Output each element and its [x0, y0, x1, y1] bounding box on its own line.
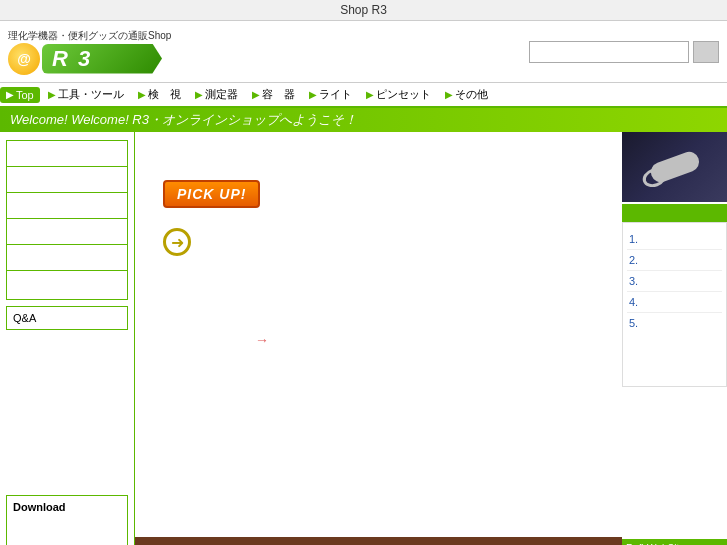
nav-item-tools[interactable]: ▶ 工具・ツール: [42, 85, 130, 104]
numbered-item-2[interactable]: 2.: [627, 250, 722, 271]
search-button[interactable]: [693, 41, 719, 63]
nav-label-light: ライト: [319, 87, 352, 102]
numbered-item-1[interactable]: 1.: [627, 229, 722, 250]
logo-area: 理化学機器・便利グッズの通販Shop @ R 3: [8, 29, 529, 75]
welcome-text: Welcome! Welcome! R3・オンラインショップへようこそ！: [10, 112, 357, 127]
pickup-button[interactable]: PICK UP!: [163, 180, 260, 208]
nav-item-top[interactable]: ▶ Top: [0, 87, 40, 103]
nav-arrow-top: ▶: [6, 89, 14, 100]
search-area: [529, 41, 719, 63]
numbered-item-5[interactable]: 5.: [627, 313, 722, 333]
numbered-item-4[interactable]: 4.: [627, 292, 722, 313]
logo-tagline: 理化学機器・便利グッズの通販Shop: [8, 29, 529, 43]
nav-label-container: 容 器: [262, 87, 295, 102]
key-image: [648, 149, 702, 185]
nav-label-tweezers: ピンセット: [376, 87, 431, 102]
nav-item-light[interactable]: ▶ ライト: [303, 85, 358, 104]
logo-r3: R 3: [42, 44, 162, 74]
nav-label-inspect: 検 視: [148, 87, 181, 102]
brown-bar: [135, 537, 622, 545]
main-layout: Q&A Download PICK UP! ➜ → 1. 2.: [0, 132, 727, 545]
nav-arrow-light: ▶: [309, 89, 317, 100]
title-bar: Shop R3: [0, 0, 727, 21]
nav-item-measure[interactable]: ▶ 測定器: [189, 85, 244, 104]
sidebar-menu: [6, 140, 128, 300]
green-header-bar: [622, 204, 727, 222]
logo-main: @ R 3: [8, 43, 529, 75]
nav-label-tools: 工具・ツール: [58, 87, 124, 102]
nav-bar: ▶ Top ▶ 工具・ツール ▶ 検 視 ▶ 測定器 ▶ 容 器 ▶ ライト ▶…: [0, 83, 727, 108]
left-sidebar: Q&A Download: [0, 132, 135, 545]
welcome-bar: Welcome! Welcome! R3・オンラインショップへようこそ！: [0, 108, 727, 132]
nav-item-inspect[interactable]: ▶ 検 視: [132, 85, 187, 104]
numbered-list: 1. 2. 3. 4. 5.: [622, 222, 727, 387]
nav-arrow-inspect: ▶: [138, 89, 146, 100]
search-input[interactable]: [529, 41, 689, 63]
nav-arrow-measure: ▶: [195, 89, 203, 100]
logo-circle: @: [8, 43, 40, 75]
sidebar-item-5[interactable]: [7, 245, 127, 271]
nav-arrow-tweezers: ▶: [366, 89, 374, 100]
arrow-right-icon: →: [255, 332, 269, 348]
nav-label-measure: 測定器: [205, 87, 238, 102]
sidebar-item-2[interactable]: [7, 167, 127, 193]
sidebar-item-3[interactable]: [7, 193, 127, 219]
nav-arrow-tools: ▶: [48, 89, 56, 100]
sidebar-item-6[interactable]: [7, 271, 127, 297]
qa-item[interactable]: Q&A: [6, 306, 128, 330]
product-photo: [622, 132, 727, 202]
qa-label: Q&A: [13, 312, 36, 324]
nav-item-container[interactable]: ▶ 容 器: [246, 85, 301, 104]
nav-arrow-other: ▶: [445, 89, 453, 100]
circle-arrow-icon[interactable]: ➜: [163, 228, 191, 256]
nav-item-tweezers[interactable]: ▶ ピンセット: [360, 85, 437, 104]
nav-item-other[interactable]: ▶ その他: [439, 85, 494, 104]
sidebar-item-4[interactable]: [7, 219, 127, 245]
sidebar-item-1[interactable]: [7, 141, 127, 167]
numbered-item-3[interactable]: 3.: [627, 271, 722, 292]
center-content: PICK UP! ➜ →: [135, 132, 622, 545]
nav-arrow-container: ▶: [252, 89, 260, 100]
download-label: Download: [13, 501, 66, 513]
page-title: Shop R3: [340, 3, 387, 17]
nav-label-other: その他: [455, 87, 488, 102]
nav-label-top: Top: [16, 89, 34, 101]
download-box[interactable]: Download: [6, 495, 128, 545]
right-sidebar: 1. 2. 3. 4. 5. Rufi-WebSite: [622, 132, 727, 545]
pickup-label: PICK UP!: [177, 186, 246, 202]
header: 理化学機器・便利グッズの通販Shop @ R 3: [0, 21, 727, 83]
rufi-footer[interactable]: Rufi-WebSite: [622, 539, 727, 545]
